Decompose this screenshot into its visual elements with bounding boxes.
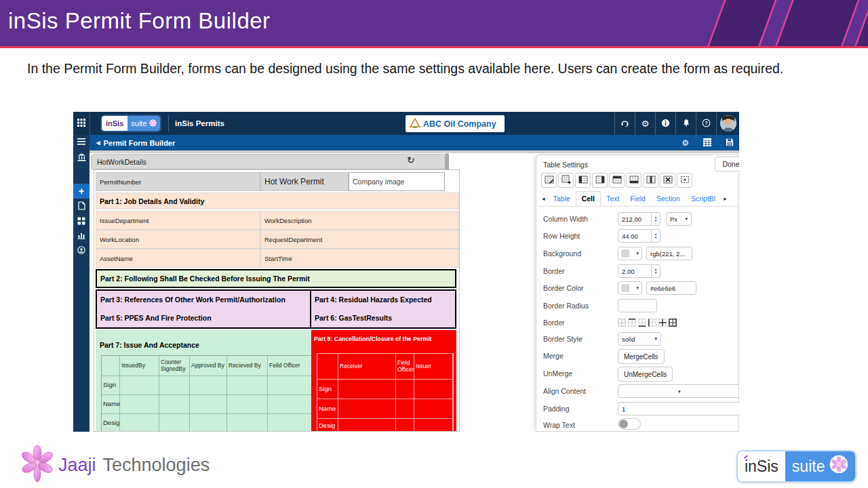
- insert-table-button[interactable]: [558, 173, 574, 188]
- part5-header[interactable]: Part 5: PPES And Fire Protection: [96, 308, 311, 329]
- border-left-icon[interactable]: [648, 319, 656, 328]
- save-icon[interactable]: [726, 138, 734, 148]
- form-cell[interactable]: RequestDepartment: [260, 230, 459, 249]
- sidebar-item-documents[interactable]: [73, 199, 90, 214]
- table-cell[interactable]: [268, 376, 312, 395]
- column-width-unit-select[interactable]: Px▾: [666, 212, 692, 226]
- table-cell[interactable]: [159, 395, 190, 414]
- help-button[interactable]: ?: [696, 112, 716, 135]
- table-cell[interactable]: [317, 354, 338, 380]
- spinner-down-icon[interactable]: ▾: [655, 236, 657, 240]
- tab-table[interactable]: Table: [548, 192, 576, 205]
- support-button[interactable]: [614, 112, 635, 135]
- part6-header[interactable]: Part 6: GasTestResults: [311, 308, 456, 329]
- info-button[interactable]: [655, 112, 675, 135]
- table-cell[interactable]: [338, 380, 396, 399]
- delete-table-button[interactable]: [660, 173, 675, 188]
- table-row-label[interactable]: Sign: [102, 376, 120, 395]
- border-top-icon[interactable]: [628, 319, 636, 328]
- back-icon[interactable]: ◂: [96, 138, 100, 147]
- border-outer-icon[interactable]: [669, 319, 677, 328]
- form-tab[interactable]: HotWorkDetails ↻: [91, 154, 446, 169]
- tabs-prev-icon[interactable]: ◂: [539, 195, 548, 202]
- table-cell[interactable]: [338, 399, 396, 419]
- part4-header[interactable]: Part 4: Residual Hazards Expected: [311, 289, 456, 310]
- table-cell[interactable]: [414, 419, 453, 432]
- border-color-input[interactable]: [646, 281, 696, 295]
- sidebar-item-add[interactable]: +: [73, 184, 90, 199]
- done-button[interactable]: Done: [715, 157, 739, 171]
- form-settings-icon[interactable]: ⚙: [682, 138, 689, 148]
- notifications-button[interactable]: [675, 112, 696, 135]
- table-cell[interactable]: [227, 414, 268, 432]
- insert-row-below-button[interactable]: [626, 173, 642, 188]
- spinner-down-icon[interactable]: ▾: [655, 271, 657, 275]
- tabs-next-icon[interactable]: ▸: [721, 195, 730, 202]
- insert-column-right-button[interactable]: [592, 173, 608, 188]
- table-cell[interactable]: IssuedBy: [120, 356, 159, 376]
- tab-scriptblock[interactable]: ScriptBl: [686, 192, 721, 205]
- form-cell[interactable]: WorkLocation: [96, 230, 260, 249]
- table-cell[interactable]: [190, 376, 227, 395]
- row-height-input[interactable]: [618, 229, 652, 243]
- table-row-label[interactable]: Name: [317, 399, 338, 419]
- sidebar-item-home[interactable]: [73, 150, 90, 165]
- table-cell[interactable]: [159, 414, 190, 432]
- table-cell[interactable]: [102, 356, 120, 376]
- background-value-input[interactable]: [646, 247, 692, 260]
- settings-button[interactable]: ⚙: [635, 112, 655, 135]
- border-width-input[interactable]: [618, 264, 652, 278]
- table-cell[interactable]: Counter SignedBy: [159, 356, 190, 376]
- insert-row-above-button[interactable]: [609, 173, 625, 188]
- table-row-label[interactable]: Name: [102, 395, 120, 414]
- form-cell[interactable]: WorkDescription: [260, 211, 459, 230]
- table-cell[interactable]: [159, 376, 190, 395]
- border-color-picker[interactable]: ▾: [618, 281, 642, 295]
- insert-column-left-button[interactable]: [575, 173, 591, 188]
- table-cell[interactable]: [396, 380, 414, 399]
- align-content-select[interactable]: ▾: [618, 384, 739, 398]
- border-width-stepper[interactable]: ▴▾: [652, 264, 660, 278]
- split-cells-button[interactable]: [643, 173, 658, 188]
- app-launcher-button[interactable]: [73, 112, 90, 135]
- tab-field[interactable]: Field: [625, 192, 651, 205]
- sidebar-item-menu[interactable]: [73, 135, 90, 149]
- table-cell[interactable]: [414, 399, 453, 419]
- form-cell-permit-number[interactable]: PermitNumber: [96, 172, 260, 191]
- table-row-label[interactable]: Desig: [317, 419, 338, 432]
- part7-table[interactable]: IssuedBy Counter SignedBy Approved By Re…: [101, 355, 313, 432]
- table-cell[interactable]: Issuer: [414, 354, 453, 380]
- part3-header[interactable]: Part 3: References Of Other Work Permit/…: [96, 289, 311, 310]
- part2-header[interactable]: Part 2: Following Shall Be Checked Befor…: [96, 269, 456, 288]
- table-cell[interactable]: Feild Officer: [268, 356, 312, 376]
- table-cell[interactable]: Recieved By: [227, 356, 268, 376]
- unmerge-cells-button[interactable]: UnMergeCells: [618, 367, 673, 382]
- table-cell[interactable]: [120, 414, 159, 432]
- tab-text[interactable]: Text: [601, 192, 625, 205]
- user-menu[interactable]: [716, 112, 739, 135]
- column-width-stepper[interactable]: ▴▾: [652, 212, 660, 226]
- table-cell[interactable]: Field Officer: [396, 354, 414, 380]
- edit-table-button[interactable]: [541, 173, 557, 188]
- table-cell[interactable]: Receiver: [338, 354, 396, 380]
- table-cell[interactable]: [227, 395, 268, 414]
- table-cell[interactable]: [414, 380, 453, 399]
- table-row-label[interactable]: Desig: [102, 414, 120, 432]
- tab-section[interactable]: Section: [651, 192, 686, 205]
- merge-cells-button[interactable]: MergeCells: [618, 349, 665, 364]
- form-cell-title[interactable]: Hot Work Permit: [260, 172, 349, 191]
- background-color-picker[interactable]: ▾: [618, 247, 642, 260]
- table-icon[interactable]: [703, 138, 711, 148]
- border-style-select[interactable]: solid▾: [618, 332, 661, 346]
- border-bottom-icon[interactable]: [638, 319, 646, 328]
- table-cell[interactable]: Approved By: [190, 356, 227, 376]
- sidebar-item-apps[interactable]: [73, 214, 90, 228]
- sidebar-item-reports[interactable]: [73, 228, 90, 243]
- part8-table[interactable]: Receiver Field Officer Issuer Sign Name …: [317, 353, 454, 432]
- form-cell[interactable]: AssetName: [96, 249, 260, 268]
- table-cell[interactable]: [190, 395, 227, 414]
- form-cell[interactable]: IssueDepartment: [96, 211, 260, 230]
- wrap-text-toggle[interactable]: [618, 418, 641, 430]
- border-radius-input[interactable]: [618, 299, 657, 312]
- row-height-stepper[interactable]: ▴▾: [652, 229, 660, 243]
